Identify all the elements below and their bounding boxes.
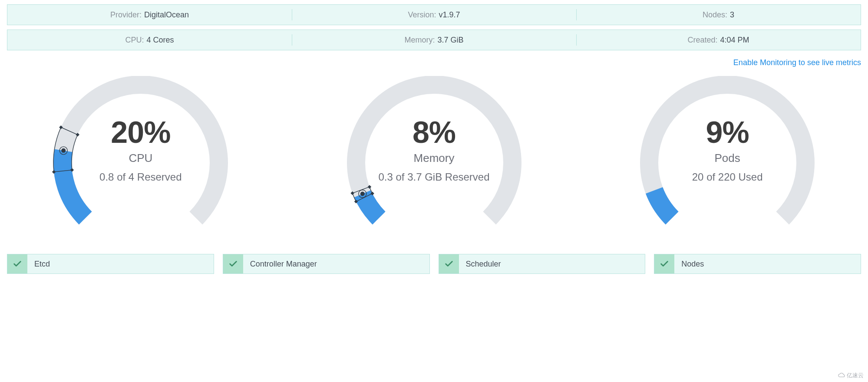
gauge-title: Memory — [339, 151, 530, 165]
info-value: 3.7 GiB — [437, 36, 463, 45]
info-label: CPU: — [125, 36, 144, 45]
info-label: Nodes: — [703, 10, 727, 20]
gauge-wrap: 8%Memory0.3 of 3.7 GiB Reserved — [339, 76, 530, 232]
info-bar: Provider:DigitalOceanVersion:v1.9.7Nodes… — [7, 4, 861, 25]
gauge-title: CPU — [45, 151, 236, 165]
info-label: Version: — [408, 10, 436, 20]
status-label: Controller Manager — [243, 260, 317, 269]
gauge-subtitle: 20 of 220 Used — [632, 171, 823, 183]
info-label: Created: — [687, 36, 717, 45]
gauge-subtitle: 0.3 of 3.7 GiB Reserved — [339, 171, 530, 183]
status-label: Nodes — [674, 260, 704, 269]
gauge-percent: 20% — [45, 115, 236, 150]
enable-monitoring-link[interactable]: Enable Monitoring to see live metrics — [733, 58, 861, 67]
status-item-etcd[interactable]: Etcd — [7, 254, 214, 274]
info-bar: CPU:4 CoresMemory:3.7 GiBCreated:4:04 PM — [7, 30, 861, 50]
info-cell: Memory:3.7 GiB — [292, 30, 576, 50]
gauge-text: 20%CPU0.8 of 4 Reserved — [45, 115, 236, 183]
gauges-row: 20%CPU0.8 of 4 Reserved8%Memory0.3 of 3.… — [7, 72, 861, 250]
status-item-scheduler[interactable]: Scheduler — [439, 254, 646, 274]
info-value: DigitalOcean — [144, 10, 189, 20]
status-label: Scheduler — [459, 260, 501, 269]
check-icon — [223, 254, 243, 273]
status-row: EtcdController ManagerSchedulerNodes — [7, 250, 861, 274]
gauge-wrap: 9%Pods20 of 220 Used — [632, 76, 823, 232]
dashboard-container: Provider:DigitalOceanVersion:v1.9.7Nodes… — [0, 0, 868, 278]
gauge-text: 9%Pods20 of 220 Used — [632, 115, 823, 183]
info-cell: Version:v1.9.7 — [292, 5, 576, 25]
info-value: 4:04 PM — [720, 36, 749, 45]
gauge-percent: 9% — [632, 115, 823, 150]
gauge-text: 8%Memory0.3 of 3.7 GiB Reserved — [339, 115, 530, 183]
gauge-subtitle: 0.8 of 4 Reserved — [45, 171, 236, 183]
info-label: Memory: — [404, 36, 435, 45]
info-cell: Created:4:04 PM — [576, 30, 861, 50]
check-icon — [439, 254, 459, 273]
status-item-nodes[interactable]: Nodes — [654, 254, 861, 274]
info-label: Provider: — [110, 10, 142, 20]
info-cell: Provider:DigitalOcean — [7, 5, 292, 25]
info-cell: CPU:4 Cores — [7, 30, 292, 50]
info-cell: Nodes:3 — [576, 5, 861, 25]
status-label: Etcd — [27, 260, 50, 269]
svg-point-11 — [360, 191, 364, 196]
info-value: 4 Cores — [146, 36, 174, 45]
check-icon — [654, 254, 674, 273]
info-value: v1.9.7 — [439, 10, 460, 20]
monitoring-link-row: Enable Monitoring to see live metrics — [7, 55, 861, 72]
check-icon — [7, 254, 27, 273]
gauge-card-pods: 9%Pods20 of 220 Used — [594, 76, 861, 232]
info-value: 3 — [730, 10, 734, 20]
gauge-card-memory: 8%Memory0.3 of 3.7 GiB Reserved — [300, 76, 568, 232]
gauge-card-cpu: 20%CPU0.8 of 4 Reserved — [7, 76, 274, 232]
gauge-percent: 8% — [339, 115, 530, 150]
gauge-wrap: 20%CPU0.8 of 4 Reserved — [45, 76, 236, 232]
status-item-controller-manager[interactable]: Controller Manager — [223, 254, 430, 274]
gauge-title: Pods — [632, 151, 823, 165]
